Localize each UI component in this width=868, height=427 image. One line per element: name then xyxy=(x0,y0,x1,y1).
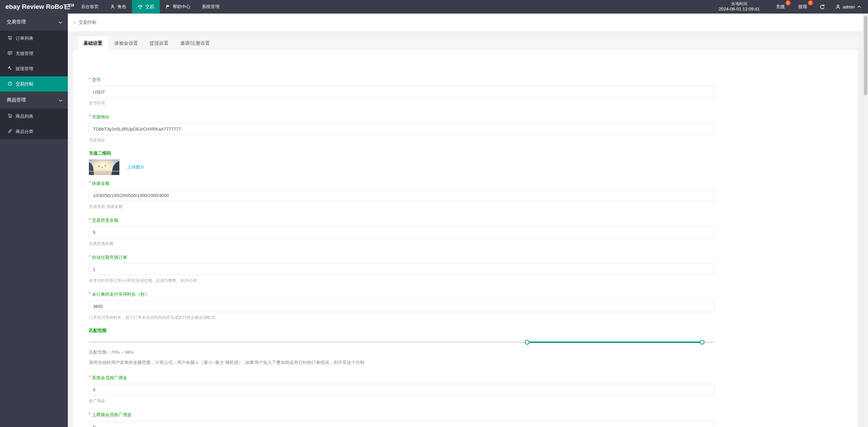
vertical-scrollbar xyxy=(863,14,868,427)
field-hint: 未支付的充值订单x小时后自动过期，必须为整数，如24小时 xyxy=(89,278,715,283)
required-asterisk: * xyxy=(89,217,91,222)
app-logo-text: ebay Review RoBoT xyxy=(5,3,67,11)
payment-wait-time-input[interactable] xyxy=(89,300,715,312)
tab-strip: 基础设置 体验金设置 提现设置 邀请/注册设置 xyxy=(73,36,858,50)
auto-expire-order-field: *自动过期充值订单 未支付的充值订单x小时后自动过期，必须为整数，如24小时 xyxy=(89,254,715,283)
match-range-description: 系统自动给用户派单的金额范围，计算公式：用户余额 x （最小~最大 随机值） ,… xyxy=(89,360,715,365)
field-label: *交易所需余额 xyxy=(89,217,715,224)
sidebar-group-product-management[interactable]: 商品管理 xyxy=(0,92,68,109)
sidebar-item-recharge-management[interactable]: 充值管理 xyxy=(0,46,68,61)
nav-item-roles[interactable]: 角色 xyxy=(104,0,132,14)
required-asterisk: * xyxy=(89,114,91,119)
flag-icon xyxy=(166,4,170,9)
withdraw-notice-button[interactable]: 提现 0 xyxy=(792,0,814,14)
qrcode-image-thumbnail[interactable] xyxy=(89,159,119,175)
direct-referral-commission-input[interactable] xyxy=(89,384,715,395)
field-label: *未订单的支付等待时长（秒） xyxy=(89,291,715,297)
field-label: *上两级会员推广佣金 xyxy=(89,411,715,418)
chevron-down-icon xyxy=(58,20,63,25)
basic-settings-form: *货币 货币符号 *充值地址 充值地址 充值二维码 xyxy=(73,50,858,427)
required-balance-field: *交易所需余额 交易所需余额 xyxy=(89,217,715,246)
slider-fill xyxy=(527,342,702,343)
field-label: 充值二维码 xyxy=(89,150,715,156)
required-balance-input[interactable] xyxy=(89,227,715,238)
tab-basic-settings[interactable]: 基础设置 xyxy=(77,36,109,50)
user-icon xyxy=(110,4,115,9)
field-hint: 货币符号 xyxy=(89,100,715,106)
username: admin xyxy=(843,4,855,9)
user-menu[interactable]: admin xyxy=(831,4,868,9)
currency-input[interactable] xyxy=(89,86,715,98)
breadcrumb-current: 交易控制 xyxy=(79,19,96,25)
nav-item-help-center[interactable]: 帮助中心 xyxy=(160,0,196,14)
recharge-notice-button[interactable]: 充值 0 xyxy=(769,0,792,14)
quick-amount-input[interactable] xyxy=(89,190,715,201)
cart-icon xyxy=(7,113,13,119)
recharge-address-input[interactable] xyxy=(89,123,715,135)
nav-item-trade[interactable]: 交易 xyxy=(132,0,160,14)
currency-field: *货币 货币符号 xyxy=(89,76,715,106)
cart-icon xyxy=(7,35,13,41)
tab-invite-register-settings[interactable]: 邀请/注册设置 xyxy=(174,36,216,50)
field-label: *直推会员推广佣金 xyxy=(89,374,715,381)
main-area: » 交易控制 基础设置 体验金设置 提现设置 邀请/注册设置 *货币 货币符号 … xyxy=(68,14,863,427)
local-time-value: 2024-06-01 12:09:41 xyxy=(719,6,760,12)
upload-image-link[interactable]: 上传图片 xyxy=(127,164,144,170)
sidebar: 交易管理 订单列表 充值管理 提现管理 交易控制 xyxy=(0,14,68,427)
breadcrumb: » 交易控制 xyxy=(68,14,863,31)
field-label: *充值地址 xyxy=(89,113,715,120)
required-asterisk: * xyxy=(89,180,91,185)
field-label: 匹配范围 xyxy=(89,328,715,334)
match-range-field: 匹配范围 匹配范围：70% ~ 98% 系统自动给用户派单的金额范围，计算公式：… xyxy=(89,328,715,365)
settings-card: 基础设置 体验金设置 提现设置 邀请/注册设置 *货币 货币符号 *充值地址 充… xyxy=(73,36,858,427)
sidebar-item-order-list[interactable]: 订单列表 xyxy=(0,31,68,46)
slider-handle-min[interactable] xyxy=(525,340,529,345)
required-asterisk: * xyxy=(89,412,91,416)
match-range-value-text: 匹配范围：70% ~ 98% xyxy=(89,349,715,355)
auto-expire-order-input[interactable] xyxy=(89,264,715,275)
refresh-icon xyxy=(819,4,825,10)
sidebar-item-product-list[interactable]: 商品列表 xyxy=(0,109,68,124)
two-level-referral-commission-field: *上两级会员推广佣金 推广佣金 xyxy=(89,411,715,427)
sidebar-item-trade-control[interactable]: 交易控制 xyxy=(0,76,68,92)
user-avatar-icon xyxy=(835,4,841,9)
top-navbar: ebay Review RoBoT V18 后台首页 角色 交易 帮助中心 系统… xyxy=(0,0,868,14)
tab-withdraw-settings[interactable]: 提现设置 xyxy=(144,36,174,50)
payment-wait-time-field: *未订单的支付等待时长（秒） 订单支付等待时长，新下订单未在此时间内容完成支付将… xyxy=(89,291,715,320)
sidebar-group-trade-management[interactable]: 交易管理 xyxy=(0,14,68,31)
quick-amount-field: *快捷金额 充值页面 快捷金额 xyxy=(89,180,715,209)
refresh-button[interactable] xyxy=(814,4,831,10)
recharge-badge: 0 xyxy=(786,0,791,5)
recharge-address-field: *充值地址 充值地址 xyxy=(89,113,715,143)
field-hint: 交易所需余额 xyxy=(89,241,715,246)
local-time: 当地时间 2024-06-01 12:09:41 xyxy=(719,1,760,12)
two-level-referral-commission-input[interactable] xyxy=(89,421,715,427)
app-logo-version: V18 xyxy=(68,3,74,7)
field-label: *快捷金额 xyxy=(89,180,715,187)
gavel-icon xyxy=(7,66,13,72)
withdraw-badge: 0 xyxy=(808,0,813,5)
required-asterisk: * xyxy=(89,375,91,380)
sidebar-item-product-category[interactable]: 商品分类 xyxy=(0,124,68,139)
nav-item-dashboard[interactable]: 后台首页 xyxy=(75,0,104,14)
sidebar-sublist-trade: 订单列表 充值管理 提现管理 交易控制 xyxy=(0,31,68,92)
tab-trial-bonus-settings[interactable]: 体验金设置 xyxy=(109,36,144,50)
field-label: *货币 xyxy=(89,76,715,83)
required-asterisk: * xyxy=(89,77,91,82)
chevron-up-icon xyxy=(857,5,861,8)
match-range-slider xyxy=(89,340,715,345)
comment-icon xyxy=(7,51,13,57)
content: 基础设置 体验金设置 提现设置 邀请/注册设置 *货币 货币符号 *充值地址 充… xyxy=(68,31,863,427)
recharge-qrcode-field: 充值二维码 xyxy=(89,150,715,175)
slider-handle-max[interactable] xyxy=(700,340,705,345)
qr-upload-row: 上传图片 xyxy=(89,159,715,175)
sidebar-sublist-product: 商品列表 商品分类 xyxy=(0,109,68,139)
required-asterisk: * xyxy=(89,291,91,296)
breadcrumb-separator: » xyxy=(73,20,76,25)
field-hint: 充值页面 快捷金额 xyxy=(89,204,715,209)
app-logo: ebay Review RoBoT V18 xyxy=(0,0,60,14)
nav-item-system[interactable]: 系统管理 xyxy=(196,0,225,14)
sidebar-item-withdraw-management[interactable]: 提现管理 xyxy=(0,61,68,76)
chevron-down-icon xyxy=(58,98,63,103)
scrollbar-thumb[interactable] xyxy=(864,16,867,95)
